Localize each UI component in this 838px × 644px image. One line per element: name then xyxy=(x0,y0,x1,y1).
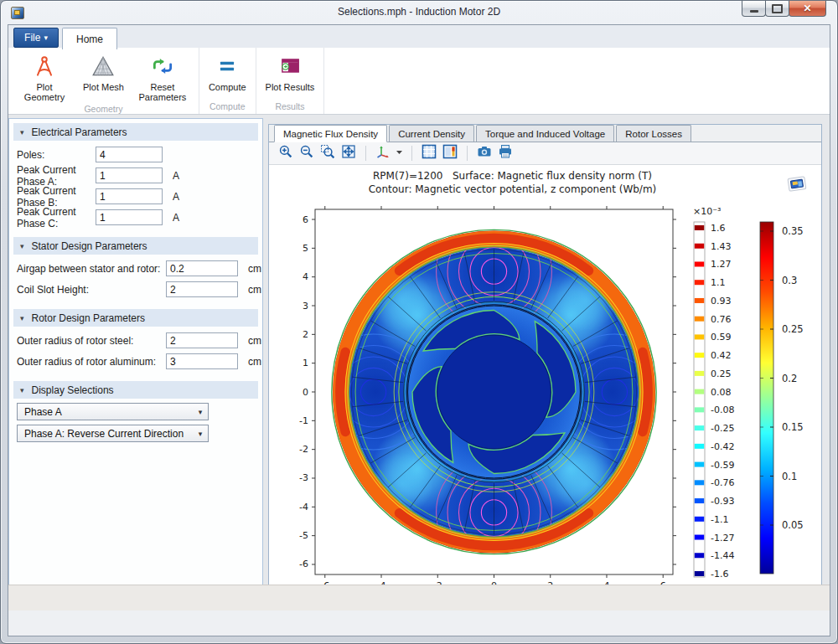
graphics-panel: Magnetic Flux DensityCurrent DensityTorq… xyxy=(268,124,822,598)
reset-parameters-button[interactable]: Reset Parameters xyxy=(130,49,195,102)
plot-geometry-button[interactable]: Plot Geometry xyxy=(12,49,77,102)
svg-text:0.15: 0.15 xyxy=(782,421,804,433)
ribbon: File▾ Home Plot GeometryPlot MeshReset P… xyxy=(8,25,830,115)
collapse-caret-icon: ▾ xyxy=(20,314,24,322)
maximize-button[interactable] xyxy=(765,1,789,17)
ribbon-group-compute: ComputeCompute xyxy=(199,48,256,114)
collapse-caret-icon: ▾ xyxy=(20,386,24,394)
svg-text:0.42: 0.42 xyxy=(711,350,732,361)
tab-magnetic-flux-density[interactable]: Magnetic Flux Density xyxy=(274,125,387,142)
field-input-airgap-between-stator-and-rotor[interactable] xyxy=(166,260,238,276)
field-unit: cm xyxy=(248,284,261,296)
svg-text:-3: -3 xyxy=(299,472,308,483)
svg-text:0.25: 0.25 xyxy=(711,368,732,379)
svg-text:1.1: 1.1 xyxy=(711,277,726,288)
section-header-display-selections[interactable]: ▾Display Selections xyxy=(13,381,258,399)
toolbar-separator xyxy=(467,146,468,161)
svg-text:0.1: 0.1 xyxy=(782,471,797,482)
svg-text:1.43: 1.43 xyxy=(711,241,732,252)
zoom-in-button[interactable] xyxy=(277,145,294,162)
svg-text:-1.1: -1.1 xyxy=(711,514,728,525)
zoom-out-icon xyxy=(299,144,314,162)
svg-text:0.76: 0.76 xyxy=(711,314,732,325)
axis-orientation-caret-button[interactable] xyxy=(396,144,403,162)
plot-mesh-button[interactable]: Plot Mesh xyxy=(77,49,130,102)
file-menu-button[interactable]: File▾ xyxy=(13,28,59,48)
svg-text:-1.27: -1.27 xyxy=(711,533,734,544)
camera-button[interactable] xyxy=(476,145,493,162)
plot-canvas[interactable]: RPM(7)=1200 Surface: Magnetic flux densi… xyxy=(269,165,821,597)
comsol-logo-button[interactable] xyxy=(786,173,808,195)
field-input-peak-current-phase-a[interactable] xyxy=(96,167,163,183)
ribbon-body: Plot GeometryPlot MeshReset ParametersGe… xyxy=(8,48,830,115)
field-input-peak-current-phase-c[interactable] xyxy=(96,209,163,225)
grid-button[interactable] xyxy=(421,145,437,162)
zoom-extents-button[interactable] xyxy=(340,145,357,162)
section-header-stator-design-parameters[interactable]: ▾Stator Design Parameters xyxy=(13,237,258,255)
tab-home[interactable]: Home xyxy=(62,28,117,49)
tab-torque-and-induced-voltage[interactable]: Torque and Induced Voltage xyxy=(476,125,614,142)
graphics-tab-row: Magnetic Flux DensityCurrent DensityTorq… xyxy=(269,125,821,142)
section-fields-electrical-parameters: Poles:Peak Current Phase A:APeak Current… xyxy=(9,144,262,228)
svg-text:1.27: 1.27 xyxy=(711,259,732,270)
tab-rotor-losses[interactable]: Rotor Losses xyxy=(616,125,691,142)
maximize-icon xyxy=(772,4,783,13)
toolbar-separator xyxy=(411,146,412,161)
tab-current-density[interactable]: Current Density xyxy=(389,125,474,142)
svg-text:0.2: 0.2 xyxy=(782,373,797,384)
field-input-outer-radius-of-rotor-steel[interactable] xyxy=(166,332,238,348)
svg-text:0.25: 0.25 xyxy=(782,323,804,335)
svg-text:5: 5 xyxy=(303,243,308,254)
section-fields-stator-design-parameters: Airgap between stator and rotor:cmCoil S… xyxy=(9,258,262,300)
close-button[interactable]: ✕ xyxy=(789,1,826,17)
dropdown-value: Phase A: Reverse Current Direction xyxy=(18,428,193,440)
svg-text:-1.44: -1.44 xyxy=(711,550,734,561)
zoom-in-icon xyxy=(278,144,293,162)
field-input-outer-radius-of-rotor-aluminum[interactable] xyxy=(166,353,238,369)
field-input-peak-current-phase-b[interactable] xyxy=(96,188,163,204)
field-unit: A xyxy=(173,191,179,203)
camera-icon xyxy=(477,144,492,162)
field-row: Peak Current Phase A:A xyxy=(9,165,262,186)
field-label: Outer radius of rotor steel: xyxy=(17,335,166,347)
chevron-down-icon: ▾ xyxy=(193,408,208,416)
compute-icon xyxy=(215,53,240,80)
selection-dropdown-2[interactable]: Phase A: Reverse Current Direction▾ xyxy=(17,425,209,442)
zoom-box-button[interactable] xyxy=(319,145,336,162)
field-input-poles[interactable] xyxy=(96,147,163,162)
plot-mesh-icon xyxy=(91,53,116,80)
section-title: Display Selections xyxy=(32,384,114,396)
graphics-toolbar xyxy=(269,142,821,165)
ribbon-group-label: Results xyxy=(260,100,321,114)
ribbon-button-label: Plot Results xyxy=(266,82,315,92)
file-menu-caret-icon: ▾ xyxy=(44,33,48,42)
field-input-coil-slot-height[interactable] xyxy=(166,281,238,297)
section-title: Rotor Design Parameters xyxy=(32,312,145,324)
field-unit: A xyxy=(173,212,179,224)
collapse-caret-icon: ▾ xyxy=(20,128,24,137)
field-label: Peak Current Phase A: xyxy=(17,164,96,188)
selection-dropdown-1[interactable]: Phase A▾ xyxy=(17,403,209,420)
svg-text:-2: -2 xyxy=(299,444,308,455)
print-icon xyxy=(498,144,513,162)
minimize-button[interactable] xyxy=(742,1,766,17)
svg-text:0.08: 0.08 xyxy=(711,387,732,398)
compute-button[interactable]: Compute xyxy=(203,49,252,100)
field-row: Peak Current Phase B:A xyxy=(9,186,262,207)
svg-text:-0.25: -0.25 xyxy=(711,423,734,434)
dropdown-value: Phase A xyxy=(18,406,193,418)
titlebar[interactable]: Selections.mph - Induction Motor 2D ✕ xyxy=(1,1,837,24)
zoom-box-icon xyxy=(320,144,335,162)
svg-text:-1: -1 xyxy=(299,415,308,426)
zoom-out-button[interactable] xyxy=(298,145,315,162)
plot-results-button[interactable]: Plot Results xyxy=(260,49,321,100)
section-header-rotor-design-parameters[interactable]: ▾Rotor Design Parameters xyxy=(13,309,258,327)
toolbar-separator xyxy=(365,146,366,161)
legend-button[interactable] xyxy=(442,145,458,162)
svg-text:0.05: 0.05 xyxy=(782,519,804,531)
ribbon-button-label: Plot Mesh xyxy=(83,82,124,92)
section-header-electrical-parameters[interactable]: ▾Electrical Parameters xyxy=(13,123,258,141)
axis-orientation-button[interactable] xyxy=(375,145,391,162)
svg-text:-0.08: -0.08 xyxy=(711,404,734,415)
print-button[interactable] xyxy=(497,145,514,162)
